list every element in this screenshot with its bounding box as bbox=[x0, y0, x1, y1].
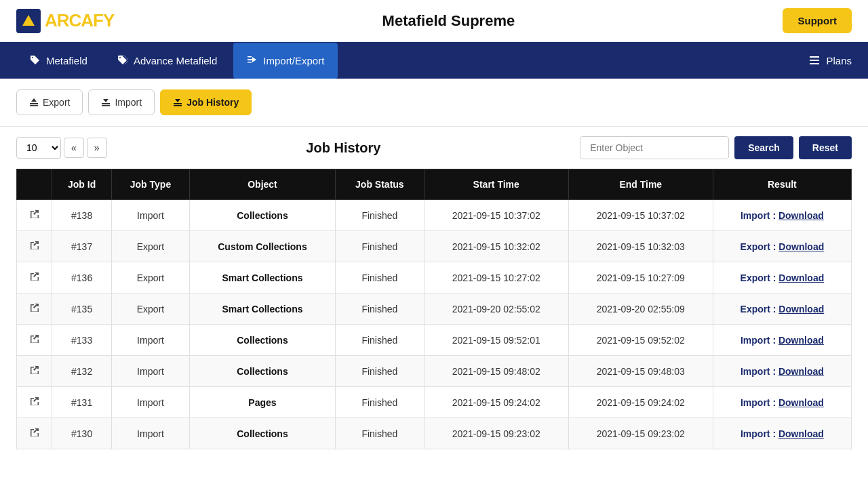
result-label-5: Import : bbox=[741, 366, 778, 377]
row-job-id-4: #133 bbox=[52, 325, 112, 356]
list-icon bbox=[808, 54, 821, 66]
result-download-6[interactable]: Download bbox=[778, 397, 824, 408]
svg-rect-12 bbox=[102, 105, 110, 106]
job-history-label: Job History bbox=[186, 97, 239, 108]
prev-page-button[interactable]: « bbox=[64, 138, 84, 158]
next-page-button[interactable]: » bbox=[87, 138, 107, 158]
table-row: #130 Import Collections Finished 2021-09… bbox=[17, 418, 852, 449]
row-end-time-3: 2021-09-20 02:55:09 bbox=[568, 293, 713, 325]
result-download-0[interactable]: Download bbox=[778, 210, 824, 221]
row-action-0[interactable] bbox=[17, 200, 52, 231]
logo-afy-part: AFY bbox=[81, 10, 114, 30]
import-button[interactable]: Import bbox=[88, 89, 155, 115]
reset-button[interactable]: Reset bbox=[799, 136, 852, 159]
row-object-6: Pages bbox=[189, 387, 335, 418]
support-button[interactable]: Support bbox=[783, 8, 852, 33]
row-action-7[interactable] bbox=[17, 418, 52, 449]
open-icon-1[interactable] bbox=[29, 242, 40, 253]
row-result-1: Export : Download bbox=[713, 231, 851, 262]
search-button[interactable]: Search bbox=[734, 136, 793, 159]
row-action-3[interactable] bbox=[17, 293, 52, 325]
row-action-1[interactable] bbox=[17, 231, 52, 262]
row-job-type-2: Export bbox=[112, 262, 190, 293]
row-result-6: Import : Download bbox=[713, 387, 851, 418]
logo-arc-part: ARC bbox=[45, 10, 81, 30]
row-result-4: Import : Download bbox=[713, 325, 851, 356]
table-wrap: Job Id Job Type Object Job Status Start … bbox=[0, 169, 868, 466]
row-object-0: Collections bbox=[189, 200, 335, 231]
nav-advance-metafield-label: Advance Metafield bbox=[134, 55, 217, 66]
row-end-time-7: 2021-09-15 09:23:02 bbox=[568, 418, 713, 449]
col-object: Object bbox=[189, 169, 335, 200]
search-input[interactable] bbox=[580, 136, 729, 159]
table-row: #133 Import Collections Finished 2021-09… bbox=[17, 325, 852, 356]
export-button[interactable]: Export bbox=[16, 89, 83, 115]
row-job-id-6: #131 bbox=[52, 387, 112, 418]
row-status-7: Finished bbox=[336, 418, 425, 449]
result-label-7: Import : bbox=[741, 428, 778, 439]
table-title: Job History bbox=[115, 140, 572, 156]
page-size-wrap: 10 25 50 100 « » bbox=[16, 137, 107, 159]
table-row: #138 Import Collections Finished 2021-09… bbox=[17, 200, 852, 231]
open-icon-3[interactable] bbox=[29, 304, 40, 315]
open-icon-0[interactable] bbox=[29, 211, 40, 222]
result-label-1: Export : bbox=[741, 241, 779, 252]
result-download-7[interactable]: Download bbox=[778, 428, 824, 439]
tag-double-icon bbox=[117, 55, 128, 66]
row-job-id-1: #137 bbox=[52, 231, 112, 262]
row-job-id-2: #136 bbox=[52, 262, 112, 293]
nav-import-export-label: Import/Export bbox=[263, 55, 324, 66]
row-action-6[interactable] bbox=[17, 387, 52, 418]
row-job-id-7: #130 bbox=[52, 418, 112, 449]
nav-item-metafield[interactable]: Metafield bbox=[16, 43, 101, 79]
svg-rect-3 bbox=[248, 56, 252, 58]
page-size-select[interactable]: 10 25 50 100 bbox=[16, 137, 61, 159]
open-icon-6[interactable] bbox=[29, 398, 40, 409]
result-label-2: Export : bbox=[741, 272, 779, 283]
row-start-time-3: 2021-09-20 02:55:02 bbox=[424, 293, 568, 325]
import-export-icon bbox=[247, 55, 258, 66]
open-icon-2[interactable] bbox=[29, 273, 40, 284]
nav-item-import-export[interactable]: Import/Export bbox=[233, 43, 338, 79]
result-label-4: Import : bbox=[741, 335, 778, 346]
row-status-2: Finished bbox=[336, 262, 425, 293]
row-action-2[interactable] bbox=[17, 262, 52, 293]
open-icon-5[interactable] bbox=[29, 367, 40, 378]
result-download-1[interactable]: Download bbox=[778, 241, 824, 252]
row-status-5: Finished bbox=[336, 356, 425, 387]
row-action-5[interactable] bbox=[17, 356, 52, 387]
row-job-type-5: Import bbox=[112, 356, 190, 387]
row-start-time-7: 2021-09-15 09:23:02 bbox=[424, 418, 568, 449]
row-start-time-6: 2021-09-15 09:24:02 bbox=[424, 387, 568, 418]
table-row: #136 Export Smart Collections Finished 2… bbox=[17, 262, 852, 293]
col-start-time: Start Time bbox=[424, 169, 568, 200]
result-download-5[interactable]: Download bbox=[778, 366, 824, 377]
nav-left: Metafield Advance Metafield Import/Expor… bbox=[16, 43, 338, 79]
row-object-7: Collections bbox=[189, 418, 335, 449]
row-start-time-5: 2021-09-15 09:48:02 bbox=[424, 356, 568, 387]
row-result-3: Export : Download bbox=[713, 293, 851, 325]
tag-icon bbox=[30, 55, 41, 66]
result-download-3[interactable]: Download bbox=[778, 304, 824, 314]
row-result-2: Export : Download bbox=[713, 262, 851, 293]
open-icon-4[interactable] bbox=[29, 336, 40, 346]
nav-item-advance-metafield[interactable]: Advance Metafield bbox=[104, 43, 231, 79]
nav-metafield-label: Metafield bbox=[46, 55, 87, 66]
svg-marker-16 bbox=[175, 99, 180, 102]
row-job-type-0: Import bbox=[112, 200, 190, 231]
svg-rect-9 bbox=[30, 105, 38, 106]
job-history-button[interactable]: Job History bbox=[160, 89, 252, 115]
nav-plans[interactable]: Plans bbox=[808, 42, 852, 79]
row-status-6: Finished bbox=[336, 387, 425, 418]
open-icon-7[interactable] bbox=[29, 429, 40, 440]
table-header: Job Id Job Type Object Job Status Start … bbox=[17, 169, 852, 200]
svg-rect-14 bbox=[174, 103, 182, 104]
result-download-2[interactable]: Download bbox=[778, 272, 824, 283]
row-action-4[interactable] bbox=[17, 325, 52, 356]
result-label-3: Export : bbox=[741, 304, 779, 314]
row-start-time-4: 2021-09-15 09:52:01 bbox=[424, 325, 568, 356]
table-row: #132 Import Collections Finished 2021-09… bbox=[17, 356, 852, 387]
row-job-id-3: #135 bbox=[52, 293, 112, 325]
table-row: #135 Export Smart Collections Finished 2… bbox=[17, 293, 852, 325]
result-download-4[interactable]: Download bbox=[778, 335, 824, 346]
